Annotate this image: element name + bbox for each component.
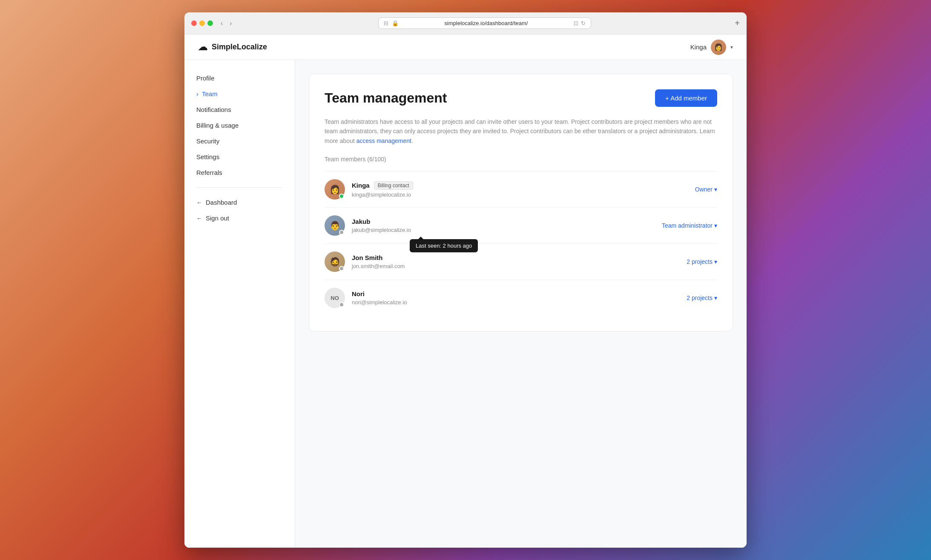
- forward-nav-button[interactable]: ›: [227, 19, 234, 28]
- main-content: Team management + Add member Team admini…: [295, 60, 747, 548]
- avatar: 👩: [325, 179, 345, 200]
- member-name-row: Jakub: [352, 218, 662, 225]
- nav-buttons: ‹ ›: [218, 19, 235, 28]
- sidebar-nav: Profile › Team Notifications Billing & u…: [184, 70, 295, 180]
- chevron-down-icon: ▾: [714, 294, 717, 301]
- access-management-link[interactable]: access management: [356, 137, 411, 144]
- role-label: Owner: [695, 186, 713, 193]
- maximize-button[interactable]: [207, 20, 213, 26]
- sidebar-item-label: Sign out: [206, 214, 229, 222]
- sidebar-item-profile[interactable]: Profile: [184, 70, 295, 86]
- user-menu[interactable]: Kinga 👩 ▾: [690, 40, 733, 55]
- app-header: ☁ SimpleLocalize Kinga 👩 ▾: [184, 34, 747, 60]
- billing-badge: Billing contact: [374, 181, 413, 190]
- back-nav-button[interactable]: ‹: [218, 19, 225, 28]
- sidebar-item-label: Settings: [196, 153, 219, 160]
- user-avatar: 👩: [711, 40, 726, 55]
- sidebar-back-nav: ← Dashboard ← Sign out: [184, 194, 295, 226]
- member-email: jakub@simplelocalize.io: [352, 227, 662, 233]
- active-arrow-icon: ›: [196, 90, 198, 97]
- page-header: Team management + Add member: [325, 89, 717, 107]
- member-role[interactable]: 2 projects ▾: [687, 258, 717, 265]
- chevron-down-icon: ▾: [714, 222, 717, 229]
- user-name: Kinga: [690, 43, 707, 51]
- sidebar-item-referrals[interactable]: Referrals: [184, 165, 295, 180]
- address-bar[interactable]: ⊟ 🔒 simplelocalize.io/dashboard/team/ ⊡ …: [378, 17, 591, 29]
- member-email: nori@simplelocalize.io: [352, 299, 687, 306]
- sidebar-item-label: Referrals: [196, 169, 222, 176]
- status-dot-offline: [339, 302, 344, 307]
- sidebar-item-dashboard[interactable]: ← Dashboard: [184, 194, 295, 210]
- member-name-row: Jon Smith: [352, 254, 687, 261]
- logo-text: SimpleLocalize: [212, 43, 267, 51]
- members-count: Team members (6/100): [325, 156, 717, 163]
- chevron-down-icon: ▾: [714, 186, 717, 193]
- role-label: Team administrator: [662, 222, 713, 229]
- traffic-lights: [191, 20, 213, 26]
- status-dot-offline: [339, 266, 344, 271]
- sidebar-item-label: Profile: [196, 74, 215, 82]
- member-name: Jakub: [352, 218, 370, 225]
- member-name: Kinga: [352, 182, 370, 189]
- browser-chrome: ‹ › ⊟ 🔒 simplelocalize.io/dashboard/team…: [184, 12, 747, 34]
- avatar: NO: [325, 288, 345, 308]
- member-name-row: Nori: [352, 290, 687, 297]
- browser-actions: +: [735, 18, 740, 28]
- status-dot-online: [339, 194, 344, 199]
- sidebar-item-label: Team: [202, 90, 218, 97]
- sidebar-divider: [196, 187, 283, 188]
- member-name: Jon Smith: [352, 254, 383, 261]
- content-card: Team management + Add member Team admini…: [309, 74, 733, 331]
- sidebar-icon: ⊟: [384, 20, 388, 26]
- table-row: 👨 Jakub jakub@simplelocalize.io Team adm…: [325, 207, 717, 243]
- table-row: NO Nori nori@simplelocalize.io 2 project…: [325, 280, 717, 316]
- new-tab-button[interactable]: +: [735, 18, 740, 28]
- avatar: 🧔: [325, 251, 345, 272]
- description-end: .: [411, 137, 413, 144]
- sidebar-item-team[interactable]: › Team: [184, 86, 295, 102]
- sidebar-item-signout[interactable]: ← Sign out: [184, 210, 295, 226]
- sidebar-item-label: Billing & usage: [196, 122, 238, 129]
- member-info: Kinga Billing contact kinga@simplelocali…: [352, 181, 695, 198]
- sidebar-item-settings[interactable]: Settings: [184, 149, 295, 165]
- sidebar: Profile › Team Notifications Billing & u…: [184, 60, 295, 548]
- minimize-button[interactable]: [199, 20, 205, 26]
- table-row: 👩 Kinga Billing contact kinga@simpleloca…: [325, 171, 717, 207]
- member-email: kinga@simplelocalize.io: [352, 191, 695, 198]
- app-logo: ☁ SimpleLocalize: [198, 42, 267, 53]
- page-title: Team management: [325, 90, 447, 106]
- member-info: Jon Smith jon.smith@email.com: [352, 254, 687, 269]
- sidebar-item-security[interactable]: Security: [184, 133, 295, 149]
- sidebar-item-billing[interactable]: Billing & usage: [184, 117, 295, 133]
- avatar: 👨: [325, 215, 345, 236]
- back-arrow-icon: ←: [196, 199, 202, 206]
- app-body: Profile › Team Notifications Billing & u…: [184, 60, 747, 548]
- close-button[interactable]: [191, 20, 197, 26]
- role-label: 2 projects: [687, 294, 713, 301]
- sidebar-item-notifications[interactable]: Notifications: [184, 102, 295, 117]
- lock-icon: 🔒: [392, 20, 399, 26]
- member-info: Jakub jakub@simplelocalize.io: [352, 218, 662, 233]
- member-list: 👩 Kinga Billing contact kinga@simpleloca…: [325, 171, 717, 316]
- address-actions: ⊡ ↻: [574, 20, 586, 26]
- member-info: Nori nori@simplelocalize.io: [352, 290, 687, 306]
- translate-icon: ⊡: [574, 20, 578, 26]
- member-role[interactable]: Team administrator ▾: [662, 222, 717, 229]
- sidebar-item-label: Security: [196, 137, 219, 145]
- url-text: simplelocalize.io/dashboard/team/: [402, 20, 570, 26]
- sidebar-item-label: Dashboard: [206, 199, 237, 206]
- status-dot-offline: [339, 230, 344, 235]
- chevron-down-icon: ▾: [714, 258, 717, 265]
- table-row: 🧔 Jon Smith jon.smith@email.com 2 projec…: [325, 243, 717, 280]
- member-role[interactable]: Owner ▾: [695, 186, 717, 193]
- member-name: Nori: [352, 290, 365, 297]
- role-label: 2 projects: [687, 258, 713, 265]
- signout-arrow-icon: ←: [196, 215, 202, 222]
- refresh-icon[interactable]: ↻: [581, 20, 586, 26]
- sidebar-item-label: Notifications: [196, 106, 231, 113]
- member-name-row: Kinga Billing contact: [352, 181, 695, 190]
- member-email: jon.smith@email.com: [352, 263, 687, 269]
- description: Team administrators have access to all y…: [325, 117, 717, 146]
- add-member-button[interactable]: + Add member: [655, 89, 717, 107]
- member-role[interactable]: 2 projects ▾: [687, 294, 717, 301]
